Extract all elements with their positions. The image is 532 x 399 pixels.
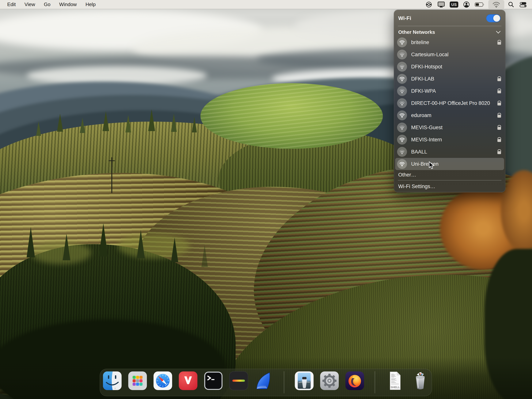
lock-icon xyxy=(497,139,501,142)
wallpaper-tree xyxy=(201,245,208,267)
wallpaper-power-pole xyxy=(109,160,115,161)
lock-icon xyxy=(497,151,501,154)
wifi-network-name: BAALL xyxy=(411,149,427,155)
wifi-network-row[interactable]: DFKI-WPA xyxy=(395,85,504,97)
wifi-network-name: DIRECT-00-HP OfficeJet Pro 8020 xyxy=(411,100,490,106)
wifi-signal-icon xyxy=(397,159,407,169)
wallpaper-tree xyxy=(27,227,35,257)
menu-bar: Edit View Go Window Help US xyxy=(0,0,532,9)
wireshark-icon[interactable] xyxy=(254,371,273,390)
preview-icon[interactable] xyxy=(295,371,314,390)
menu-bar-status-area: US xyxy=(423,0,532,9)
wallpaper-sunlit-crowns xyxy=(118,234,190,258)
wifi-network-row[interactable]: briteline xyxy=(395,36,504,48)
other-menu-item[interactable]: Other… xyxy=(398,171,501,179)
svg-text:SHELL: SHELL xyxy=(390,386,400,389)
wifi-network-list: briteline Cartesium-Local xyxy=(395,36,504,170)
wifi-network-row[interactable]: Uni-Bremen xyxy=(395,158,504,170)
wifi-network-name: DFKI-Hotspot xyxy=(411,64,442,70)
wifi-header-row: Wi-Fi xyxy=(398,13,501,24)
chevron-down-icon[interactable] xyxy=(496,29,500,33)
wifi-network-row[interactable]: MEVIS-Intern xyxy=(395,133,504,146)
battery-icon[interactable] xyxy=(475,0,485,9)
vivaldi-icon[interactable] xyxy=(179,371,198,390)
wallpaper-tree xyxy=(125,115,131,133)
wifi-settings-menu-item[interactable]: Wi-Fi Settings… xyxy=(398,182,501,190)
wallpaper-tree xyxy=(171,114,177,132)
wallpaper-tree xyxy=(148,109,155,131)
wifi-signal-icon xyxy=(397,86,407,96)
gradient-bar-app-icon[interactable] xyxy=(229,371,248,390)
wifi-signal-icon xyxy=(397,123,407,133)
wifi-signal-icon xyxy=(397,38,407,47)
terminal-icon[interactable] xyxy=(204,371,223,390)
wifi-network-row[interactable]: DIRECT-00-HP OfficeJet Pro 8020 xyxy=(395,97,504,109)
wifi-toggle[interactable] xyxy=(486,14,501,22)
wifi-network-name: MEVIS-Intern xyxy=(411,137,442,143)
lock-icon xyxy=(497,90,501,93)
wifi-network-name: briteline xyxy=(411,39,429,45)
menu-window[interactable]: Window xyxy=(55,0,81,9)
wifi-signal-icon xyxy=(397,147,407,157)
wifi-signal-icon xyxy=(397,62,407,72)
control-center-icon[interactable] xyxy=(519,0,527,9)
other-networks-header: Other Networks xyxy=(398,29,435,35)
menu-view[interactable]: View xyxy=(20,0,39,9)
wallpaper-sunlit-crowns xyxy=(30,241,91,264)
menu-help[interactable]: Help xyxy=(81,0,100,9)
wifi-network-row[interactable]: MEVIS-Guest xyxy=(395,121,504,133)
wifi-signal-icon xyxy=(397,110,407,120)
wallpaper-tree xyxy=(80,118,85,133)
wifi-signal-icon xyxy=(397,50,407,59)
menu-bar-menus: Edit View Go Window Help xyxy=(0,0,100,9)
wifi-network-name: DFKI-WPA xyxy=(411,88,436,94)
keyboard-input-badge[interactable]: US xyxy=(450,0,458,9)
wallpaper-tree xyxy=(137,230,145,258)
system-settings-icon[interactable] xyxy=(320,371,339,390)
lock-icon xyxy=(497,42,501,45)
wifi-network-name: eduroam xyxy=(411,113,431,118)
running-indicator xyxy=(114,388,116,389)
wifi-toggle-knob xyxy=(493,15,500,22)
wallpaper-green-hill xyxy=(200,83,383,149)
trash-icon[interactable] xyxy=(411,371,430,390)
wifi-signal-icon xyxy=(397,74,407,84)
mouse-cursor xyxy=(428,161,435,170)
wifi-network-row[interactable]: DFKI-LAB xyxy=(395,73,504,85)
wifi-menu-panel: Wi-Fi Other Networks briteline xyxy=(394,10,505,192)
dock-divider xyxy=(284,371,284,393)
wallpaper-power-pole xyxy=(111,157,112,193)
lock-icon xyxy=(497,78,501,81)
lock-icon xyxy=(497,115,501,118)
wifi-network-row[interactable]: Cartesium-Local xyxy=(395,48,504,61)
wifi-network-row[interactable]: BAALL xyxy=(395,146,504,158)
safari-icon[interactable] xyxy=(153,371,172,390)
other-networks-section[interactable]: Other Networks xyxy=(398,28,500,36)
wifi-status-icon[interactable] xyxy=(488,0,504,9)
display-icon[interactable] xyxy=(437,0,445,9)
wallpaper-tree xyxy=(192,117,197,133)
wallpaper-tree xyxy=(99,223,108,256)
wallpaper-tree xyxy=(57,114,63,132)
finder-icon[interactable] xyxy=(103,371,122,390)
launchpad-icon[interactable] xyxy=(128,371,147,390)
menu-edit[interactable]: Edit xyxy=(3,0,20,9)
wallpaper-tree xyxy=(63,234,70,260)
shell-script-file-icon[interactable]: SHELL xyxy=(386,371,405,390)
firefox-icon[interactable] xyxy=(345,371,364,390)
wallpaper-tree xyxy=(103,111,109,131)
wifi-signal-icon xyxy=(397,98,407,108)
dock-divider xyxy=(375,371,375,393)
user-account-icon[interactable] xyxy=(463,0,470,9)
wallpaper-tree xyxy=(36,122,41,136)
dock: SHELL xyxy=(100,369,432,396)
keyboard-layout-label: US xyxy=(450,1,458,8)
spotlight-search-icon[interactable] xyxy=(508,0,514,9)
nextcloud-icon[interactable] xyxy=(425,0,433,9)
wifi-network-row[interactable]: eduroam xyxy=(395,109,504,121)
wallpaper-tree xyxy=(171,238,178,262)
wifi-network-row[interactable]: DFKI-Hotspot xyxy=(395,61,504,73)
divider xyxy=(398,26,501,26)
menu-go[interactable]: Go xyxy=(39,0,55,9)
wifi-menu-title: Wi-Fi xyxy=(398,15,411,21)
